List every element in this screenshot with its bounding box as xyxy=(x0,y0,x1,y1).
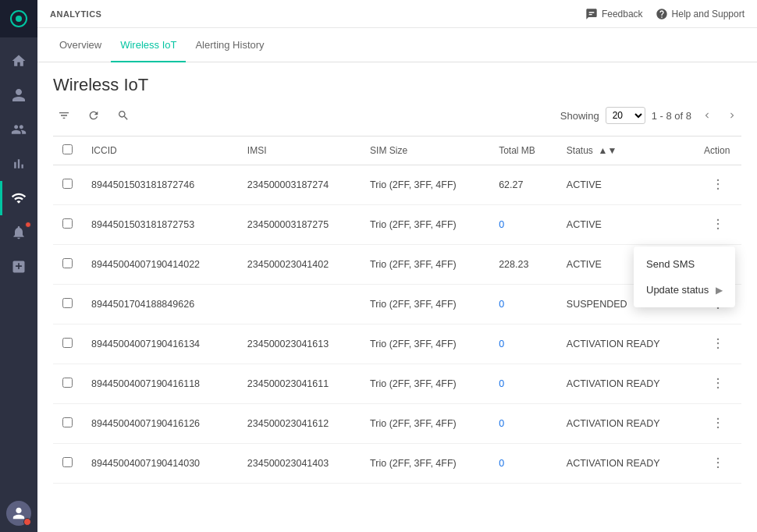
sim-size-cell: Trio (2FF, 3FF, 4FF) xyxy=(361,364,489,404)
feedback-icon xyxy=(585,8,598,20)
tab-nav: Overview Wireless IoT Alerting History xyxy=(37,28,757,62)
row-checkbox[interactable] xyxy=(62,179,73,189)
row-checkbox[interactable] xyxy=(62,218,73,229)
table-row: 89445004007190414030 234500023041403 Tri… xyxy=(53,444,741,484)
sim-size-cell: Trio (2FF, 3FF, 4FF) xyxy=(361,404,489,444)
imsi-cell: 234500023041613 xyxy=(238,325,361,364)
status-cell: ACTIVATION READY xyxy=(557,404,695,444)
imsi-cell: 234500003187274 xyxy=(238,165,361,205)
status-cell: ACTIVATION READY xyxy=(557,444,695,484)
row-action-menu-button[interactable]: ︙ xyxy=(707,174,729,196)
bar-chart-icon xyxy=(11,156,27,172)
search-button[interactable] xyxy=(112,105,134,126)
row-action-menu-button[interactable]: ︙ xyxy=(707,333,729,355)
row-checkbox[interactable] xyxy=(62,298,73,308)
table-row: 89445004007190416126 234500023041612 Tri… xyxy=(53,404,741,444)
row-checkbox-cell xyxy=(53,364,82,404)
sidebar-item-network[interactable] xyxy=(0,181,37,215)
sim-size-cell: Trio (2FF, 3FF, 4FF) xyxy=(361,285,489,325)
sidebar xyxy=(0,0,37,532)
total-mb-cell-container: 0 xyxy=(489,325,557,364)
action-cell: ︙ xyxy=(695,165,741,205)
refresh-button[interactable] xyxy=(83,105,105,126)
pagination-info: 1 - 8 of 8 xyxy=(652,110,691,122)
total-mb-cell: 62.27 xyxy=(499,179,523,190)
total-mb-cell: 0 xyxy=(499,299,504,310)
per-page-select[interactable]: 20 50 100 xyxy=(606,107,645,124)
total-mb-cell-container: 228.23 xyxy=(489,245,557,285)
row-checkbox-cell xyxy=(53,325,82,364)
total-mb-cell-container: 0 xyxy=(489,444,557,484)
imsi-col-header: IMSI xyxy=(238,137,361,165)
tab-overview[interactable]: Overview xyxy=(50,28,111,62)
row-checkbox[interactable] xyxy=(62,457,73,467)
sim-size-cell: Trio (2FF, 3FF, 4FF) xyxy=(361,245,489,285)
help-button[interactable]: Help and Support xyxy=(656,8,745,20)
status-cell: ACTIVATION READY xyxy=(557,364,695,404)
row-action-menu-button[interactable]: ︙ xyxy=(707,413,729,434)
iccid-col-header: ICCID xyxy=(82,137,238,165)
row-checkbox[interactable] xyxy=(62,338,73,348)
chevron-right-icon xyxy=(727,110,737,121)
context-menu: Send SMS Update status ▶ xyxy=(634,246,735,307)
tab-wireless-iot[interactable]: Wireless IoT xyxy=(111,28,186,62)
status-cell: ACTIVE xyxy=(557,165,695,205)
imsi-cell: 234500023041612 xyxy=(238,404,361,444)
prev-page-button[interactable] xyxy=(698,106,716,125)
total-mb-cell-container: 62.27 xyxy=(489,165,557,205)
row-action-menu-button[interactable]: ︙ xyxy=(707,452,729,474)
feedback-button[interactable]: Feedback xyxy=(585,8,643,20)
action-col-header: Action xyxy=(695,137,741,165)
row-checkbox[interactable] xyxy=(62,378,73,388)
action-cell: ︙ xyxy=(695,205,741,245)
add-widget-icon xyxy=(11,259,27,275)
row-action-menu-button[interactable]: ︙ xyxy=(707,214,729,236)
sidebar-item-home[interactable] xyxy=(0,44,37,78)
network-icon xyxy=(11,190,27,206)
imsi-cell: 234500023041403 xyxy=(238,444,361,484)
total-mb-cell-container: 0 xyxy=(489,404,557,444)
row-checkbox-cell xyxy=(53,165,82,205)
select-all-checkbox[interactable] xyxy=(62,144,73,154)
table-row: 89445004007190416134 234500023041613 Tri… xyxy=(53,325,741,364)
sidebar-item-group[interactable] xyxy=(0,112,37,147)
sidebar-item-add-widget[interactable] xyxy=(0,250,37,284)
user-avatar[interactable] xyxy=(6,501,31,526)
iccid-cell: 89445004007190414022 xyxy=(82,245,238,285)
sim-size-cell: Trio (2FF, 3FF, 4FF) xyxy=(361,165,489,205)
group-icon xyxy=(11,122,27,137)
total-mb-cell: 0 xyxy=(499,339,504,349)
row-action-menu-button[interactable]: ︙ xyxy=(707,373,729,395)
avatar-icon xyxy=(12,506,26,520)
help-icon xyxy=(656,8,668,20)
showing-label: Showing xyxy=(560,110,599,122)
sidebar-bottom xyxy=(0,501,37,532)
avatar-badge xyxy=(23,518,31,526)
filter-button[interactable] xyxy=(53,105,75,126)
notifications-icon xyxy=(11,225,27,240)
row-checkbox[interactable] xyxy=(62,417,73,427)
toolbar: Showing 20 50 100 1 - 8 of 8 xyxy=(53,105,741,126)
sidebar-item-notifications[interactable] xyxy=(0,215,37,250)
context-menu-item-update-status[interactable]: Update status ▶ xyxy=(634,277,735,303)
row-checkbox-cell xyxy=(53,205,82,245)
sidebar-item-person[interactable] xyxy=(0,78,37,112)
next-page-button[interactable] xyxy=(723,106,741,125)
sidebar-item-analytics[interactable] xyxy=(0,147,37,181)
sim-size-col-header: SIM Size xyxy=(361,137,489,165)
select-all-col xyxy=(53,137,82,165)
status-col-header[interactable]: Status ▲▼ xyxy=(557,137,695,165)
total-mb-cell-container: 0 xyxy=(489,205,557,245)
action-cell: ︙ xyxy=(695,364,741,404)
row-checkbox[interactable] xyxy=(62,258,73,268)
tab-alerting-history[interactable]: Alerting History xyxy=(186,28,273,62)
sidebar-nav xyxy=(0,37,37,501)
devices-table: ICCID IMSI SIM Size Total MB Status ▲▼ A… xyxy=(53,136,741,484)
table-row: 8944501503181872746 234500003187274 Trio… xyxy=(53,165,741,205)
iccid-cell: 89445004007190416126 xyxy=(82,404,238,444)
imsi-cell xyxy=(238,285,361,325)
iccid-cell: 89445004007190414030 xyxy=(82,444,238,484)
row-checkbox-cell xyxy=(53,285,82,325)
sidebar-logo[interactable] xyxy=(0,0,37,37)
context-menu-item-send-sms[interactable]: Send SMS xyxy=(634,251,735,277)
